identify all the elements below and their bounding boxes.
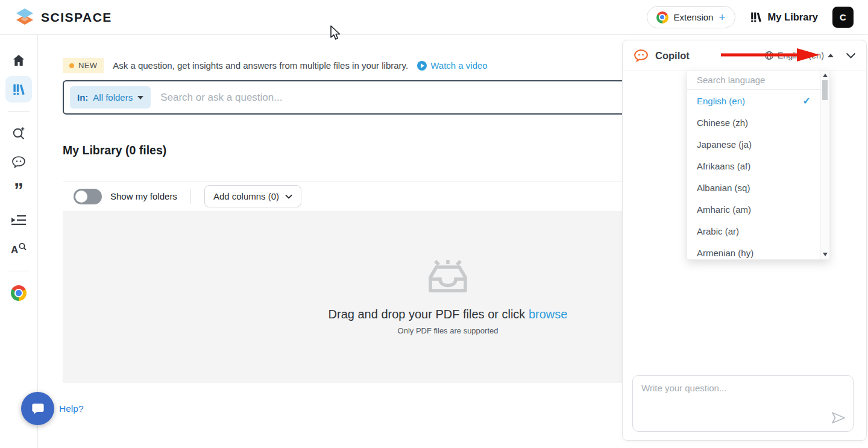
chrome-icon [11, 285, 27, 301]
language-search-input[interactable] [697, 75, 820, 85]
find-text-icon: A [11, 242, 27, 256]
indent-list-icon [11, 214, 26, 226]
show-folders-label: Show my folders [110, 191, 177, 201]
copilot-panel: Copilot English (en) [622, 40, 867, 441]
send-button[interactable] [831, 412, 846, 426]
sidebar-divider [8, 111, 30, 112]
sidebar-item-home[interactable] [0, 46, 38, 75]
language-label: Afrikaans (af) [697, 161, 750, 171]
sidebar-divider [8, 271, 30, 271]
top-bar: SCISPACE Extension + My Library C [0, 0, 868, 35]
language-option[interactable]: Albanian (sq) [687, 177, 820, 198]
triangle-up-icon [828, 54, 834, 57]
check-icon: ✓ [803, 95, 811, 107]
chat-bubble-icon [30, 401, 46, 417]
language-option[interactable]: Chinese (zh) [687, 112, 820, 133]
copilot-header-actions: English (en) [764, 51, 856, 60]
extension-label: Extension [674, 12, 714, 22]
play-icon [417, 61, 427, 71]
page-title: My Library (0 files) [63, 144, 166, 157]
sidebar-item-copilot[interactable] [0, 148, 38, 177]
scroll-down-icon[interactable] [823, 253, 828, 256]
sidebar-item-literature-search[interactable] [0, 119, 38, 148]
add-columns-button[interactable]: Add columns (0) [204, 185, 301, 207]
language-option[interactable]: Japanese (ja) [687, 133, 820, 155]
chevron-down-icon [285, 194, 292, 199]
chrome-icon [656, 11, 668, 24]
globe-icon [764, 51, 774, 60]
orange-dot-icon [69, 63, 74, 68]
watch-video-link[interactable]: Watch a video [417, 60, 488, 71]
language-dropdown: English (en)✓Chinese (zh)Japanese (ja)Af… [687, 70, 830, 260]
paper-plane-icon [831, 412, 846, 424]
language-label: Arabic (ar) [697, 226, 739, 236]
quote-icon: ” [14, 185, 24, 198]
copilot-question-box [632, 375, 854, 432]
copilot-title: Copilot [655, 50, 690, 62]
language-label: Chinese (zh) [697, 118, 748, 128]
brand[interactable]: SCISPACE [14, 7, 112, 28]
sidebar: ” A [0, 35, 38, 448]
folder-scope-dropdown[interactable]: In: All folders [70, 86, 151, 109]
my-library-label: My Library [768, 11, 818, 23]
sidebar-item-citations[interactable]: ” [0, 177, 38, 206]
caret-down-icon [137, 96, 143, 99]
new-badge: NEW [63, 58, 104, 73]
copilot-icon [633, 48, 649, 63]
help-link[interactable]: Help? [59, 403, 84, 414]
language-label: Amharic (am) [697, 204, 751, 215]
extension-button[interactable]: Extension + [647, 6, 735, 28]
scispace-logo-icon [14, 7, 35, 28]
copilot-header: Copilot English (en) [623, 40, 866, 71]
question-input[interactable] [641, 383, 844, 414]
sidebar-item-paraphraser[interactable]: A [0, 235, 38, 263]
help-chat-button[interactable] [21, 392, 54, 425]
inbox-tray-icon [423, 259, 473, 298]
show-folders-toggle[interactable] [74, 189, 102, 204]
language-list: English (en)✓Chinese (zh)Japanese (ja)Af… [687, 90, 820, 259]
copilot-chat-icon [11, 155, 27, 169]
home-icon [11, 53, 26, 68]
toolbar-divider [190, 189, 191, 204]
search-sparkle-icon [11, 126, 26, 140]
plus-icon: + [719, 11, 725, 24]
my-library-nav[interactable]: My Library [750, 11, 818, 24]
language-label: Japanese (ja) [697, 139, 752, 150]
language-option[interactable]: Armenian (hy) [687, 242, 820, 259]
language-label: Armenian (hy) [697, 248, 753, 258]
top-right-cluster: Extension + My Library C [647, 6, 854, 28]
language-search-row [687, 71, 829, 90]
help-widget: Help? [21, 392, 84, 425]
collapse-chevron-icon[interactable] [846, 52, 856, 58]
language-option[interactable]: English (en)✓ [687, 90, 820, 112]
language-option[interactable]: Amharic (am) [687, 198, 820, 220]
brand-name: SCISPACE [41, 10, 112, 25]
dropzone-text: Drag and drop your PDF files or click br… [329, 308, 568, 321]
book-stack-icon [750, 11, 763, 24]
browse-link[interactable]: browse [529, 308, 567, 321]
dropdown-scrollbar[interactable] [820, 71, 829, 259]
library-icon [12, 83, 26, 96]
sidebar-item-topics[interactable] [0, 206, 38, 235]
language-selector[interactable]: English (en) [764, 51, 834, 60]
user-avatar[interactable]: C [832, 7, 854, 28]
toggle-knob [75, 191, 87, 203]
language-label: Albanian (sq) [697, 183, 750, 193]
language-label: English (en) [697, 96, 745, 106]
sidebar-item-chrome-extension[interactable] [0, 279, 38, 308]
language-option[interactable]: Arabic (ar) [687, 220, 820, 242]
language-option[interactable]: Afrikaans (af) [687, 155, 820, 177]
scroll-up-icon[interactable] [823, 74, 828, 77]
banner-text: Ask a question, get insights and answers… [113, 60, 408, 71]
svg-text:A: A [11, 244, 18, 256]
dropzone-note: Only PDF files are supported [398, 326, 498, 335]
scispace-library-page: SCISPACE Extension + My Library C [0, 0, 868, 448]
sidebar-item-library[interactable] [5, 76, 32, 103]
selected-language-label: English (en) [778, 51, 824, 60]
new-feature-banner: NEW Ask a question, get insights and ans… [63, 58, 488, 73]
scroll-thumb[interactable] [822, 80, 828, 100]
